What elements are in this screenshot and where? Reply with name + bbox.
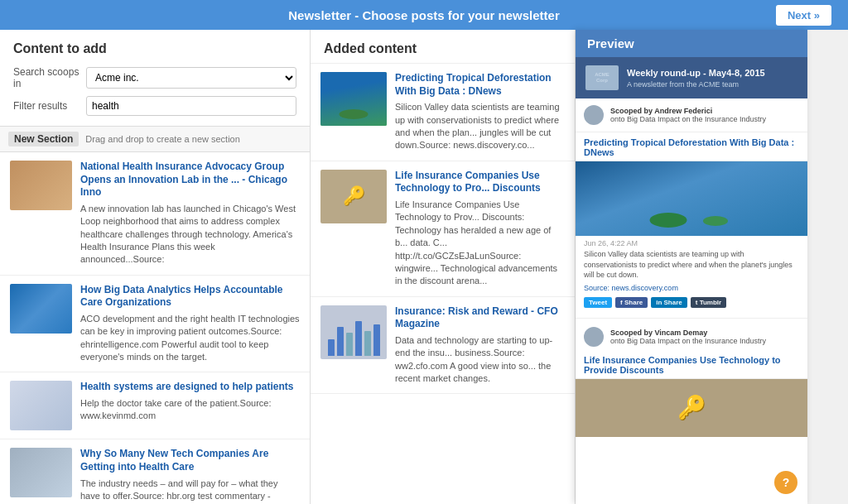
middle-panel: Added content Predicting Tropical Defore… (311, 30, 576, 504)
added-thumbnail (320, 305, 387, 359)
tweet-button[interactable]: Tweet (584, 297, 612, 308)
preview-author-name-1: Scooped by Andrew Federici onto Big Data… (610, 107, 766, 123)
preview-article-2-image: 🔑 (576, 379, 807, 437)
preview-author-row-2: Scooped by Vincam Demay onto Big Data Im… (576, 322, 807, 352)
preview-divider (576, 318, 807, 319)
article-title: National Health Insurance Advocacy Group… (80, 161, 300, 199)
preview-article-2-title: Life Insurance Companies Use Technology … (576, 352, 807, 379)
list-item[interactable]: How Big Data Analytics Helps Accountable… (0, 276, 310, 373)
next-button[interactable]: Next » (776, 5, 831, 26)
search-scoops-row: Search scoops in Acme inc. (0, 63, 310, 93)
preview-article-1-title: Predicting Tropical Deforestation With B… (576, 132, 807, 161)
help-bubble[interactable]: ? (774, 471, 797, 494)
article-thumbnail (10, 448, 72, 497)
preview-header: Preview (576, 30, 807, 57)
preview-author-name-2: Scooped by Vincam Demay onto Big Data Im… (610, 329, 766, 345)
article-description: The industry needs – and will pay for – … (80, 478, 300, 504)
article-description: A new innovation lab has launched in Chi… (80, 203, 300, 266)
added-title: Life Insurance Companies Use Technology … (395, 170, 565, 195)
preview-newsletter-title: Weekly round-up - May4-8, 2015 (627, 67, 765, 79)
chart-bar (364, 331, 371, 356)
linkedin-share-button[interactable]: in Share (651, 297, 687, 308)
filter-results-row: Filter results (0, 93, 310, 119)
preview-article-1-desc: Silicon Valley data scientists are teami… (576, 249, 807, 284)
list-item[interactable]: Why So Many New Tech Companies Are Getti… (0, 439, 310, 504)
article-content: Health systems are designed to help pati… (80, 381, 300, 430)
preview-body: ACMECorp Weekly round-up - May4-8, 2015 … (576, 57, 807, 504)
search-scoops-select[interactable]: Acme inc. (86, 67, 296, 89)
preview-article-1-source: Source: news.discovery.com (576, 284, 807, 297)
preview-article-1-image (576, 161, 807, 236)
header-title: Newsletter - Choose posts for your newsl… (288, 8, 560, 22)
preview-avatar-2 (584, 327, 604, 347)
preview-avatar-1 (584, 105, 604, 125)
filter-results-input[interactable] (86, 96, 296, 116)
chart-bar (373, 324, 380, 356)
preview-newsletter-subtitle: A newsletter from the ACME team (627, 80, 765, 89)
article-title: How Big Data Analytics Helps Accountable… (80, 284, 300, 310)
article-thumbnail (10, 381, 72, 430)
preview-newsletter-info: Weekly round-up - May4-8, 2015 A newslet… (627, 67, 765, 88)
new-section-label: New Section (8, 132, 79, 146)
chart-bar (337, 327, 344, 356)
filter-results-label: Filter results (13, 100, 80, 112)
list-item[interactable]: Insurance: Risk and Reward - CFO Magazin… (311, 297, 575, 395)
new-section-hint: Drag and drop to create a new section (85, 134, 240, 144)
article-thumbnail (10, 161, 72, 210)
article-content: Why So Many New Tech Companies Are Getti… (80, 448, 300, 504)
added-title: Predicting Tropical Deforestation With B… (395, 72, 565, 98)
article-thumbnail (10, 284, 72, 334)
chart-bar (355, 321, 362, 356)
preview-author-info-1: Scooped by Andrew Federici onto Big Data… (610, 107, 766, 123)
article-description: ACO development and the right health IT … (80, 313, 300, 364)
added-title: Insurance: Risk and Reward - CFO Magazin… (395, 305, 565, 331)
top-header: Newsletter - Choose posts for your newsl… (0, 0, 848, 30)
added-description: Data and technology are starting to up-e… (395, 334, 565, 386)
preview-newsletter-header: ACMECorp Weekly round-up - May4-8, 2015 … (576, 57, 807, 98)
search-scoops-label: Search scoops in (13, 66, 80, 89)
list-item[interactable]: Health systems are designed to help pati… (0, 372, 310, 439)
chart-bar (346, 333, 353, 356)
added-thumbnail: 🔑 (320, 170, 387, 223)
added-content: Life Insurance Companies Use Technology … (395, 170, 565, 288)
preview-logo: ACMECorp (585, 65, 619, 90)
new-section-bar: New Section Drag and drop to create a ne… (0, 126, 310, 152)
list-item[interactable]: 🔑 Life Insurance Companies Use Technolog… (311, 161, 575, 297)
left-panel-title: Content to add (0, 30, 310, 63)
list-item[interactable]: Predicting Tropical Deforestation With B… (311, 64, 575, 161)
chart-bar (328, 339, 335, 356)
preview-author-row-1: Scooped by Andrew Federici onto Big Data… (576, 98, 807, 132)
added-content: Insurance: Risk and Reward - CFO Magazin… (395, 305, 565, 386)
list-item[interactable]: National Health Insurance Advocacy Group… (0, 152, 310, 276)
article-content: How Big Data Analytics Helps Accountable… (80, 284, 300, 364)
added-description: Silicon Valley data scientists are teami… (395, 101, 565, 152)
preview-panel: Preview ACMECorp Weekly round-up - May4-… (576, 30, 807, 504)
preview-article-1-date: Jun 26, 4:22 AM (576, 236, 807, 249)
left-panel: Content to add Search scoops in Acme inc… (0, 30, 311, 504)
article-title: Health systems are designed to help pati… (80, 381, 300, 394)
added-content: Predicting Tropical Deforestation With B… (395, 72, 565, 152)
article-list: National Health Insurance Advocacy Group… (0, 152, 310, 504)
tumblr-share-button[interactable]: t Tumblr (691, 297, 726, 308)
preview-author-info-2: Scooped by Vincam Demay onto Big Data Im… (610, 329, 766, 345)
preview-social-row: Tweet f Share in Share t Tumblr (576, 297, 807, 314)
article-description: Help the doctor take care of the patient… (80, 397, 300, 423)
middle-panel-title: Added content (311, 30, 575, 64)
article-title: Why So Many New Tech Companies Are Getti… (80, 448, 300, 473)
article-content: National Health Insurance Advocacy Group… (80, 161, 300, 266)
added-description: Life Insurance Companies Use Technology … (395, 199, 565, 288)
added-content-list: Predicting Tropical Deforestation With B… (311, 64, 575, 504)
main-container: Content to add Search scoops in Acme inc… (0, 30, 848, 504)
added-thumbnail (320, 72, 387, 126)
facebook-share-button[interactable]: f Share (615, 297, 648, 308)
